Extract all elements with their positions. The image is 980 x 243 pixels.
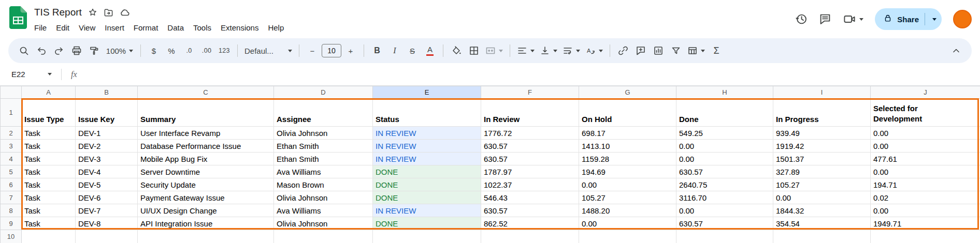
- table-views-icon[interactable]: [685, 42, 707, 59]
- cell-F3[interactable]: 630.57: [481, 140, 579, 153]
- cell-A7[interactable]: Task: [22, 191, 76, 204]
- cell-B3[interactable]: DEV-2: [76, 140, 138, 153]
- header-cell-assignee[interactable]: Assignee: [274, 99, 373, 127]
- cell-J9[interactable]: 1949.71: [871, 217, 980, 230]
- cell-D8[interactable]: Ava Williams: [274, 204, 373, 217]
- cell-E9[interactable]: DONE: [373, 217, 481, 230]
- cell-B8[interactable]: DEV-7: [76, 204, 138, 217]
- document-title[interactable]: TIS Report: [34, 7, 82, 18]
- cell-E8[interactable]: IN REVIEW: [373, 204, 481, 217]
- cell-A6[interactable]: Task: [22, 178, 76, 191]
- menu-format[interactable]: Format: [129, 22, 163, 34]
- cell-I8[interactable]: 1844.32: [773, 204, 871, 217]
- header-cell-on-hold[interactable]: On Hold: [579, 99, 676, 127]
- header-cell-selected-for-development[interactable]: Selected for Development: [871, 99, 980, 127]
- cell-A4[interactable]: Task: [22, 153, 76, 165]
- insert-chart-icon[interactable]: [650, 42, 667, 59]
- collapse-toolbar-icon[interactable]: [948, 42, 964, 59]
- fx-icon[interactable]: fx: [71, 70, 77, 79]
- cell-J10[interactable]: [871, 230, 980, 243]
- cell-C7[interactable]: Payment Gateway Issue: [138, 191, 274, 204]
- header-cell-in-progress[interactable]: In Progress: [773, 99, 871, 127]
- meet-caret-icon[interactable]: [859, 18, 863, 21]
- row-header-2[interactable]: 2: [1, 127, 22, 140]
- header-cell-summary[interactable]: Summary: [138, 99, 274, 127]
- column-header-A[interactable]: A: [22, 86, 76, 99]
- cell-D4[interactable]: Ethan Smith: [274, 153, 373, 165]
- cell-H9[interactable]: 630.57: [676, 217, 773, 230]
- cell-F4[interactable]: 630.57: [481, 153, 579, 165]
- cell-J5[interactable]: 0.00: [871, 165, 980, 178]
- menu-file[interactable]: File: [30, 22, 51, 34]
- row-header-9[interactable]: 9: [1, 217, 22, 230]
- cell-F8[interactable]: 630.57: [481, 204, 579, 217]
- more-formats-button[interactable]: 123: [216, 42, 233, 59]
- cell-I4[interactable]: 1501.37: [773, 153, 871, 165]
- comments-icon[interactable]: [819, 13, 831, 25]
- italic-button[interactable]: I: [386, 42, 403, 59]
- cell-G9[interactable]: 0.00: [579, 217, 676, 230]
- name-box[interactable]: E22: [7, 70, 57, 79]
- cell-B7[interactable]: DEV-6: [76, 191, 138, 204]
- cell-E10[interactable]: [373, 230, 481, 243]
- cell-J2[interactable]: 0.00: [871, 127, 980, 140]
- cell-A3[interactable]: Task: [22, 140, 76, 153]
- cell-H2[interactable]: 549.25: [676, 127, 773, 140]
- move-folder-icon[interactable]: [104, 8, 113, 18]
- column-header-I[interactable]: I: [773, 86, 871, 99]
- paint-format-icon[interactable]: [86, 42, 103, 59]
- header-cell-done[interactable]: Done: [676, 99, 773, 127]
- cell-J6[interactable]: 194.71: [871, 178, 980, 191]
- insert-link-icon[interactable]: [615, 42, 631, 59]
- increase-decimal-button[interactable]: .00: [198, 42, 215, 59]
- borders-icon[interactable]: [466, 42, 482, 59]
- header-cell-issue-key[interactable]: Issue Key: [76, 99, 138, 127]
- row-header-4[interactable]: 4: [1, 153, 22, 165]
- cell-A9[interactable]: Task: [22, 217, 76, 230]
- cell-C10[interactable]: [138, 230, 274, 243]
- cell-D5[interactable]: Ava Williams: [274, 165, 373, 178]
- undo-icon[interactable]: [33, 42, 50, 59]
- cell-G5[interactable]: 194.69: [579, 165, 676, 178]
- cell-B4[interactable]: DEV-3: [76, 153, 138, 165]
- cell-D2[interactable]: Olivia Johnson: [274, 127, 373, 140]
- cell-I2[interactable]: 939.49: [773, 127, 871, 140]
- cell-E7[interactable]: DONE: [373, 191, 481, 204]
- cell-B5[interactable]: DEV-4: [76, 165, 138, 178]
- cell-I7[interactable]: 0.00: [773, 191, 871, 204]
- cell-F10[interactable]: [481, 230, 579, 243]
- column-header-J[interactable]: J: [871, 86, 980, 99]
- share-button[interactable]: Share: [875, 8, 942, 30]
- cell-E3[interactable]: IN REVIEW: [373, 140, 481, 153]
- cell-G8[interactable]: 1488.20: [579, 204, 676, 217]
- vertical-align-icon[interactable]: [538, 42, 559, 59]
- row-header-3[interactable]: 3: [1, 140, 22, 153]
- cell-F7[interactable]: 546.43: [481, 191, 579, 204]
- meet-camera-icon[interactable]: [843, 13, 863, 25]
- account-avatar[interactable]: [953, 10, 972, 28]
- share-caret-icon[interactable]: [932, 18, 936, 21]
- cell-F9[interactable]: 862.52: [481, 217, 579, 230]
- cell-D3[interactable]: Ethan Smith: [274, 140, 373, 153]
- cell-J7[interactable]: 0.02: [871, 191, 980, 204]
- cell-D7[interactable]: Olivia Johnson: [274, 191, 373, 204]
- cell-A8[interactable]: Task: [22, 204, 76, 217]
- menu-help[interactable]: Help: [263, 22, 289, 34]
- menu-insert[interactable]: Insert: [100, 22, 129, 34]
- sheets-logo-icon[interactable]: [9, 6, 27, 31]
- redo-icon[interactable]: [51, 42, 67, 59]
- cell-C9[interactable]: API Integration Issue: [138, 217, 274, 230]
- version-history-icon[interactable]: [795, 13, 808, 25]
- cell-C2[interactable]: User Interface Revamp: [138, 127, 274, 140]
- font-size-input[interactable]: 10: [322, 44, 341, 57]
- column-header-H[interactable]: H: [676, 86, 773, 99]
- cell-E2[interactable]: IN REVIEW: [373, 127, 481, 140]
- row-header-5[interactable]: 5: [1, 165, 22, 178]
- cell-A5[interactable]: Task: [22, 165, 76, 178]
- row-header-1[interactable]: 1: [1, 99, 22, 127]
- cell-B10[interactable]: [76, 230, 138, 243]
- column-header-D[interactable]: D: [274, 86, 373, 99]
- menu-tools[interactable]: Tools: [189, 22, 216, 34]
- menu-data[interactable]: Data: [163, 22, 189, 34]
- font-family-control[interactable]: Defaul...: [242, 42, 294, 59]
